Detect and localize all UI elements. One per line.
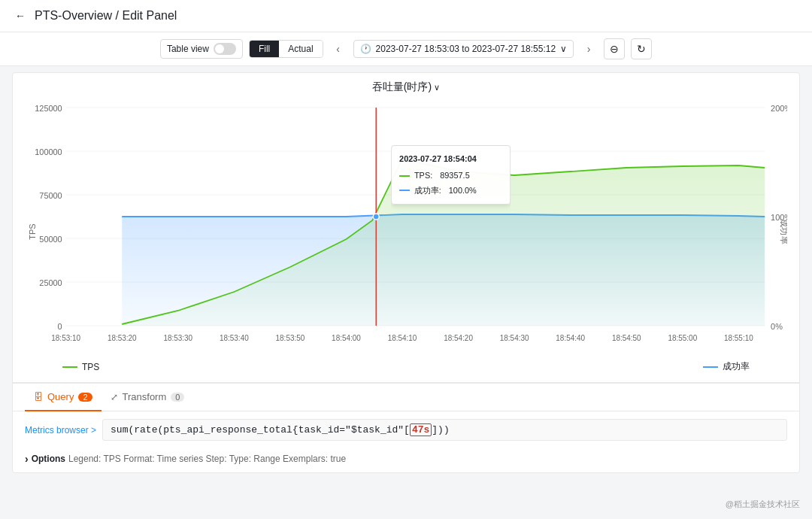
query-input[interactable]: sum(rate(pts_api_response_total{task_id=… — [102, 419, 787, 441]
svg-text:18:53:50: 18:53:50 — [276, 334, 305, 342]
chart-svg: 0 25000 50000 75000 100000 125000 TPS 0%… — [25, 100, 787, 356]
svg-text:25000: 25000 — [39, 278, 62, 287]
chart-title[interactable]: 吞吐量(时序) — [25, 80, 787, 94]
main-panel: 吞吐量(时序) 0 25000 50000 75000 100000 12500… — [12, 72, 800, 473]
svg-text:18:54:30: 18:54:30 — [500, 334, 529, 342]
legend-rate: 成功率 — [703, 360, 750, 373]
time-range-text: 2023-07-27 18:53:03 to 2023-07-27 18:55:… — [376, 44, 556, 54]
query-highlight-47s[interactable]: 47s — [410, 423, 432, 436]
svg-text:成功率: 成功率 — [780, 219, 787, 244]
query-tab-icon: 🗄 — [34, 392, 43, 402]
actual-button[interactable]: Actual — [279, 41, 322, 57]
svg-text:18:53:10: 18:53:10 — [51, 334, 80, 342]
svg-point-33 — [373, 214, 379, 220]
transform-tab-badge: 0 — [171, 393, 184, 402]
fill-button[interactable]: Fill — [250, 41, 279, 57]
svg-text:75000: 75000 — [39, 191, 62, 200]
svg-text:18:54:20: 18:54:20 — [444, 334, 473, 342]
chevron-down-icon: ∨ — [560, 44, 567, 54]
metrics-browser-button[interactable]: Metrics browser — [25, 425, 96, 436]
toggle-switch[interactable] — [214, 43, 236, 55]
svg-text:18:54:50: 18:54:50 — [612, 334, 641, 342]
options-toggle[interactable]: Options — [25, 453, 65, 465]
chart-container: 吞吐量(时序) 0 25000 50000 75000 100000 12500… — [13, 73, 799, 382]
table-view-toggle[interactable]: Table view — [160, 39, 243, 59]
back-arrow-icon: ← — [15, 10, 26, 22]
refresh-button[interactable]: ↻ — [631, 38, 652, 59]
svg-text:18:54:40: 18:54:40 — [556, 334, 585, 342]
back-button[interactable]: ← — [15, 10, 26, 22]
transform-tab-icon: ⤢ — [111, 392, 118, 402]
rate-legend-line — [703, 366, 718, 368]
query-prefix: sum(rate(pts_api_response_total{task_id=… — [111, 424, 410, 436]
svg-text:100000: 100000 — [35, 147, 62, 156]
svg-text:125000: 125000 — [35, 104, 62, 113]
svg-text:0%: 0% — [771, 322, 783, 331]
svg-text:18:55:10: 18:55:10 — [724, 334, 753, 342]
chart-area: 0 25000 50000 75000 100000 125000 TPS 0%… — [25, 100, 787, 356]
rate-legend-label: 成功率 — [723, 360, 750, 373]
svg-text:18:55:00: 18:55:00 — [668, 334, 697, 342]
header: ← PTS-Overview / Edit Panel — [0, 0, 812, 32]
tps-legend-label: TPS — [82, 362, 99, 372]
toolbar: Table view Fill Actual ‹ 🕐 2023-07-27 18… — [0, 32, 812, 66]
options-details: Legend: TPS Format: Time series Step: Ty… — [68, 454, 346, 464]
query-tab-badge: 2 — [78, 393, 92, 402]
page-title: PTS-Overview / Edit Panel — [35, 9, 177, 23]
svg-text:18:53:20: 18:53:20 — [108, 334, 137, 342]
zoom-out-button[interactable]: ⊖ — [604, 38, 625, 59]
tab-query[interactable]: 🗄 Query 2 — [25, 384, 102, 411]
svg-text:18:54:00: 18:54:00 — [332, 334, 361, 342]
watermark: @稻土掘金技术社区 — [726, 499, 800, 510]
time-range-selector[interactable]: 🕐 2023-07-27 18:53:03 to 2023-07-27 18:5… — [353, 40, 574, 58]
svg-text:18:54:10: 18:54:10 — [388, 334, 417, 342]
transform-tab-label: Transform — [123, 391, 167, 402]
tab-transform[interactable]: ⤢ Transform 0 — [102, 384, 194, 411]
query-tab-label: Query — [47, 391, 74, 402]
options-row: Options Legend: TPS Format: Time series … — [13, 448, 799, 472]
query-row: Metrics browser sum(rate(pts_api_respons… — [13, 411, 799, 448]
query-section: 🗄 Query 2 ⤢ Transform 0 Metrics browser … — [13, 382, 799, 472]
svg-text:50000: 50000 — [39, 235, 62, 244]
next-time-button[interactable]: › — [580, 40, 598, 58]
query-suffix: ])) — [432, 424, 449, 436]
svg-text:18:53:40: 18:53:40 — [220, 334, 249, 342]
prev-time-button[interactable]: ‹ — [329, 40, 347, 58]
svg-text:200%: 200% — [771, 104, 787, 113]
svg-text:TPS: TPS — [28, 223, 37, 239]
query-tabs: 🗄 Query 2 ⤢ Transform 0 — [13, 384, 799, 411]
legend-tps: TPS — [62, 362, 99, 372]
svg-text:0: 0 — [58, 322, 62, 331]
fill-actual-group: Fill Actual — [249, 40, 323, 58]
chart-legend: TPS 成功率 — [25, 356, 787, 378]
table-view-label: Table view — [167, 44, 209, 54]
svg-text:18:53:30: 18:53:30 — [163, 334, 192, 342]
tps-legend-line — [62, 366, 77, 368]
clock-icon: 🕐 — [360, 44, 371, 54]
